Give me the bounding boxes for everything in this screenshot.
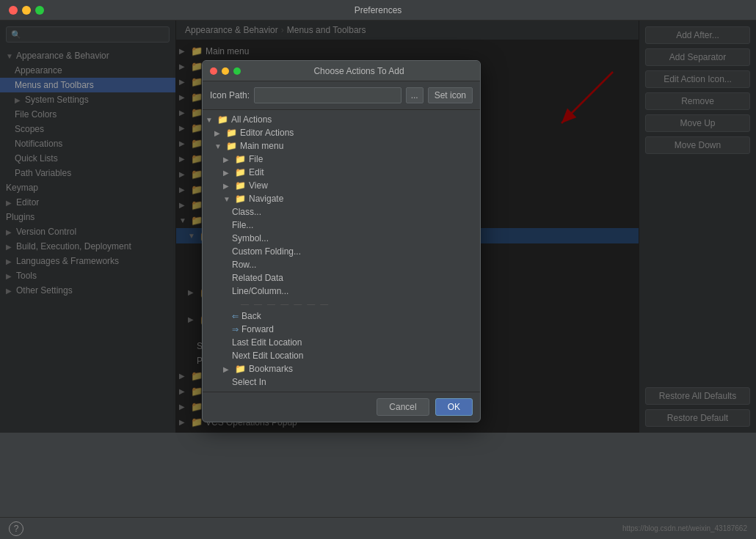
expand-arrow: ▶	[214, 129, 223, 137]
modal-maximize-button[interactable]	[233, 67, 241, 75]
traffic-lights	[9, 6, 44, 15]
modal-tree-label: Main menu	[240, 141, 283, 151]
main-body: 🔍 ▼ Appearance & Behavior Appearance Men…	[0, 21, 756, 433]
close-button[interactable]	[9, 6, 18, 15]
modal-tree-label: Select In	[232, 377, 266, 387]
modal-tree-back[interactable]: ⇐ Back	[203, 309, 480, 323]
modal-tree-label: Class...	[232, 207, 261, 217]
minimize-button[interactable]	[22, 6, 31, 15]
modal-tree-label: Related Data	[232, 273, 283, 283]
expand-arrow: ▼	[206, 116, 214, 124]
icon-path-label: Icon Path:	[210, 90, 250, 100]
bottom-bar: ? https://blog.csdn.net/weixin_43187662	[0, 517, 756, 539]
modal-dialog: Choose Actions To Add Icon Path: ... Set…	[202, 60, 481, 422]
modal-tree-row[interactable]: Row...	[203, 258, 480, 271]
expand-arrow: ▶	[223, 155, 232, 164]
modal-minimize-button[interactable]	[222, 67, 229, 75]
modal-tree-edit[interactable]: ▶ 📁 Edit	[203, 166, 480, 179]
folder-icon: 📁	[235, 194, 246, 204]
modal-tree-label: Forward	[241, 324, 274, 334]
modal-footer: Cancel OK	[203, 392, 480, 422]
modal-icon-path-row: Icon Path: ... Set icon	[203, 81, 480, 110]
modal-cancel-button[interactable]: Cancel	[377, 398, 429, 416]
modal-tree-label: Custom Folding...	[232, 246, 301, 257]
folder-icon: 📁	[235, 180, 246, 191]
maximize-button[interactable]	[35, 6, 44, 15]
modal-close-button[interactable]	[210, 67, 217, 75]
modal-tree-class[interactable]: Class...	[203, 205, 480, 219]
modal-tree-label: Line/Column...	[232, 286, 288, 296]
modal-tree-view[interactable]: ▶ 📁 View	[203, 179, 480, 192]
expand-arrow: ▼	[214, 142, 223, 150]
modal-tree-all-actions[interactable]: ▼ 📁 All Actions	[203, 113, 480, 126]
modal-separator: — — — — — — —	[203, 298, 480, 309]
window-title: Preferences	[355, 5, 402, 15]
modal-ok-button[interactable]: OK	[435, 398, 473, 416]
help-icon: ?	[14, 524, 19, 534]
modal-tree-custom-folding[interactable]: Custom Folding...	[203, 245, 480, 258]
folder-icon: 📁	[226, 128, 237, 138]
modal-tree-label: Back	[241, 311, 261, 321]
modal-title: Choose Actions To Add	[245, 66, 473, 76]
expand-arrow: ▶	[223, 182, 232, 190]
modal-tree-file-action[interactable]: File...	[203, 219, 480, 232]
modal-tree-symbol[interactable]: Symbol...	[203, 232, 480, 245]
modal-tree-label: View	[249, 180, 268, 191]
modal-tree-next-edit-location[interactable]: Next Edit Location	[203, 349, 480, 362]
modal-tree: ▼ 📁 All Actions ▶ 📁 Editor Actions ▼ 📁 M…	[203, 110, 480, 392]
modal-tree-editor-actions[interactable]: ▶ 📁 Editor Actions	[203, 126, 480, 139]
icon-path-input[interactable]	[254, 87, 401, 103]
folder-icon: 📁	[235, 167, 246, 177]
browse-button[interactable]: ...	[406, 87, 424, 103]
expand-arrow: ▼	[223, 195, 232, 203]
forward-icon: ⇒	[232, 325, 239, 334]
modal-tree-related-data[interactable]: Related Data	[203, 271, 480, 285]
back-icon: ⇐	[232, 312, 239, 321]
expand-arrow: ▶	[223, 365, 232, 373]
modal-tree-label: Edit	[249, 167, 264, 177]
modal-tree-forward[interactable]: ⇒ Forward	[203, 323, 480, 336]
modal-tree-label: File...	[232, 220, 253, 230]
modal-tree-file[interactable]: ▶ 📁 File	[203, 153, 480, 166]
modal-tree-select-in[interactable]: Select In	[203, 375, 480, 389]
modal-tree-label: All Actions	[231, 114, 272, 125]
modal-overlay: Choose Actions To Add Icon Path: ... Set…	[0, 21, 756, 433]
modal-tree-navigate[interactable]: ▼ 📁 Navigate	[203, 192, 480, 205]
help-button[interactable]: ?	[9, 521, 23, 536]
folder-icon: 📁	[226, 141, 237, 151]
modal-title-bar: Choose Actions To Add	[203, 61, 480, 81]
modal-tree-label: Row...	[232, 260, 256, 270]
title-bar: Preferences	[0, 0, 756, 21]
modal-tree-label: Next Edit Location	[232, 351, 303, 361]
folder-icon: 📁	[235, 364, 246, 374]
modal-tree-label: Last Edit Location	[232, 337, 302, 348]
modal-tree-label: File	[249, 154, 263, 164]
modal-tree-label: Navigate	[249, 194, 283, 204]
modal-tree-label: Editor Actions	[240, 128, 294, 138]
folder-icon: 📁	[235, 154, 246, 164]
modal-tree-bookmarks[interactable]: ▶ 📁 Bookmarks	[203, 362, 480, 375]
modal-tree-last-edit-location[interactable]: Last Edit Location	[203, 336, 480, 349]
expand-arrow: ▶	[223, 169, 232, 177]
modal-tree-label: Symbol...	[232, 233, 269, 243]
modal-tree-line-column[interactable]: Line/Column...	[203, 285, 480, 298]
modal-tree-label: Bookmarks	[249, 364, 293, 374]
modal-tree-main-menu[interactable]: ▼ 📁 Main menu	[203, 139, 480, 153]
bottom-url: https://blog.csdn.net/weixin_43187662	[622, 524, 747, 532]
set-icon-button[interactable]: Set icon	[428, 87, 473, 103]
folder-icon: 📁	[217, 114, 228, 125]
